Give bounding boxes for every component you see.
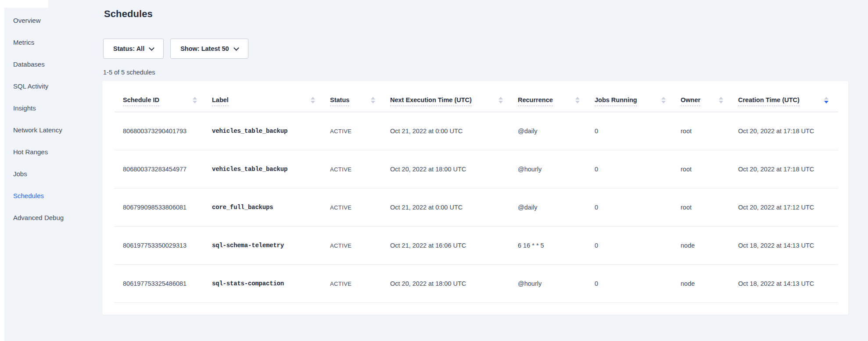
sort-down-arrow-icon xyxy=(311,101,315,103)
cell-status: ACTIVE xyxy=(330,188,390,226)
cell-recurrence: @hourly xyxy=(518,150,595,188)
column-header-owner[interactable]: Owner xyxy=(681,81,738,112)
sort-up-arrow-icon xyxy=(575,97,580,99)
sort-down-arrow-icon xyxy=(371,101,375,103)
cell-owner: node xyxy=(681,265,738,302)
filter-bar: Status: All Show: Latest 50 xyxy=(103,39,248,59)
cell-recurrence: @daily xyxy=(518,112,595,150)
table-row: 806800373283454977vehicles_table_backupA… xyxy=(115,150,838,188)
cell-schedule-id: 806197753325486081 xyxy=(115,265,212,302)
sidebar-item-advanced-debug[interactable]: Advanced Debug xyxy=(13,206,97,228)
sort-icon xyxy=(719,97,723,103)
cell-next-execution-time-utc: Oct 21, 2022 at 0:00 UTC xyxy=(390,188,518,226)
schedules-table-card: Schedule ID Label Status Next Execution … xyxy=(102,81,848,315)
table-body: 806800373290401793vehicles_table_backupA… xyxy=(115,112,838,303)
cell-creation-time-utc: Oct 18, 2022 at 14:13 UTC xyxy=(738,265,838,302)
cell-recurrence: 6 16 * * 5 xyxy=(518,227,595,264)
column-header-schedule-id[interactable]: Schedule ID xyxy=(115,81,212,112)
column-header-label-jobs-running: Jobs Running xyxy=(595,96,637,106)
cell-status: ACTIVE xyxy=(330,112,390,150)
cell-owner: root xyxy=(681,112,738,150)
sidebar-item-hot-ranges[interactable]: Hot Ranges xyxy=(13,141,97,163)
cell-recurrence: @daily xyxy=(518,188,595,226)
status-filter-dropdown[interactable]: Status: All xyxy=(103,39,164,59)
cell-label: core_full_backups xyxy=(212,188,330,226)
column-header-label-status: Status xyxy=(330,96,349,106)
column-header-creation-time-utc[interactable]: Creation Time (UTC) xyxy=(738,81,838,112)
sort-down-arrow-icon xyxy=(824,101,829,103)
page-title: Schedules xyxy=(104,8,153,20)
cell-jobs-running: 0 xyxy=(595,150,681,188)
cell-jobs-running: 0 xyxy=(595,188,681,226)
sort-up-arrow-icon xyxy=(311,97,315,99)
status-filter-label: Status: All xyxy=(113,45,144,52)
column-header-label-label: Label xyxy=(212,96,229,106)
sort-icon xyxy=(193,97,197,103)
sidebar-item-insights[interactable]: Insights xyxy=(13,97,97,119)
cell-next-execution-time-utc: Oct 20, 2022 at 18:00 UTC xyxy=(390,150,518,188)
table-row: 806197753325486081sql-stats-compactionAC… xyxy=(115,265,838,303)
table-row: 806197753350029313sql-schema-telemetryAC… xyxy=(115,227,838,265)
cell-owner: root xyxy=(681,188,738,226)
cell-schedule-id: 806800373290401793 xyxy=(115,112,212,150)
table-row: 806799098533806081core_full_backupsACTIV… xyxy=(115,188,838,227)
show-filter-label: Show: Latest 50 xyxy=(180,45,229,52)
results-count: 1-5 of 5 schedules xyxy=(103,69,155,76)
sort-up-arrow-icon xyxy=(824,97,829,99)
column-header-jobs-running[interactable]: Jobs Running xyxy=(595,81,681,112)
column-header-recurrence[interactable]: Recurrence xyxy=(518,81,595,112)
sort-icon xyxy=(824,97,829,103)
sidebar-item-network-latency[interactable]: Network Latency xyxy=(13,119,97,141)
sort-up-arrow-icon xyxy=(371,97,375,99)
cell-schedule-id: 806800373283454977 xyxy=(115,150,212,188)
show-filter-dropdown[interactable]: Show: Latest 50 xyxy=(170,39,248,59)
sidebar-item-sql-activity[interactable]: SQL Activity xyxy=(13,75,97,97)
sort-down-arrow-icon xyxy=(719,101,723,103)
column-header-status[interactable]: Status xyxy=(330,81,390,112)
sort-up-arrow-icon xyxy=(661,97,666,99)
cell-status: ACTIVE xyxy=(330,227,390,264)
column-header-label-creation-time-utc: Creation Time (UTC) xyxy=(738,96,800,106)
cell-creation-time-utc: Oct 18, 2022 at 14:13 UTC xyxy=(738,227,838,264)
cell-jobs-running: 0 xyxy=(595,227,681,264)
sort-up-arrow-icon xyxy=(719,97,723,99)
table-header-row: Schedule ID Label Status Next Execution … xyxy=(115,81,838,112)
sort-icon xyxy=(371,97,375,103)
cell-label: sql-schema-telemetry xyxy=(212,227,330,264)
sidebar-item-databases[interactable]: Databases xyxy=(13,53,97,75)
window-corner xyxy=(0,0,48,8)
chevron-down-icon xyxy=(233,45,239,51)
cell-creation-time-utc: Oct 20, 2022 at 17:18 UTC xyxy=(738,150,838,188)
cell-recurrence: @hourly xyxy=(518,265,595,302)
cell-status: ACTIVE xyxy=(330,265,390,302)
column-header-label-schedule-id: Schedule ID xyxy=(123,96,159,106)
column-header-label-owner: Owner xyxy=(681,96,700,106)
sidebar-item-jobs[interactable]: Jobs xyxy=(13,163,97,185)
sort-icon xyxy=(661,97,666,103)
column-header-next-execution-time-utc[interactable]: Next Execution Time (UTC) xyxy=(390,81,518,112)
schedules-table: Schedule ID Label Status Next Execution … xyxy=(115,81,838,303)
column-header-label[interactable]: Label xyxy=(212,81,330,112)
cell-next-execution-time-utc: Oct 21, 2022 at 16:06 UTC xyxy=(390,227,518,264)
cell-schedule-id: 806799098533806081 xyxy=(115,188,212,226)
table-row: 806800373290401793vehicles_table_backupA… xyxy=(115,112,838,150)
column-header-label-recurrence: Recurrence xyxy=(518,96,553,106)
sort-icon xyxy=(575,97,580,103)
cell-jobs-running: 0 xyxy=(595,112,681,150)
cell-owner: root xyxy=(681,150,738,188)
sort-down-arrow-icon xyxy=(193,101,197,103)
sidebar-item-schedules[interactable]: Schedules xyxy=(13,185,97,206)
cell-label: vehicles_table_backup xyxy=(212,150,330,188)
cell-next-execution-time-utc: Oct 21, 2022 at 0:00 UTC xyxy=(390,112,518,150)
cell-creation-time-utc: Oct 20, 2022 at 17:18 UTC xyxy=(738,112,838,150)
sort-icon xyxy=(311,97,315,103)
sidebar-item-metrics[interactable]: Metrics xyxy=(13,31,97,53)
cell-jobs-running: 0 xyxy=(595,265,681,302)
sidebar-item-overview[interactable]: Overview xyxy=(13,9,97,31)
cell-next-execution-time-utc: Oct 20, 2022 at 18:00 UTC xyxy=(390,265,518,302)
sort-icon xyxy=(499,97,503,103)
cell-label: vehicles_table_backup xyxy=(212,112,330,150)
cell-owner: node xyxy=(681,227,738,264)
sort-up-arrow-icon xyxy=(499,97,503,99)
sort-down-arrow-icon xyxy=(661,101,666,103)
